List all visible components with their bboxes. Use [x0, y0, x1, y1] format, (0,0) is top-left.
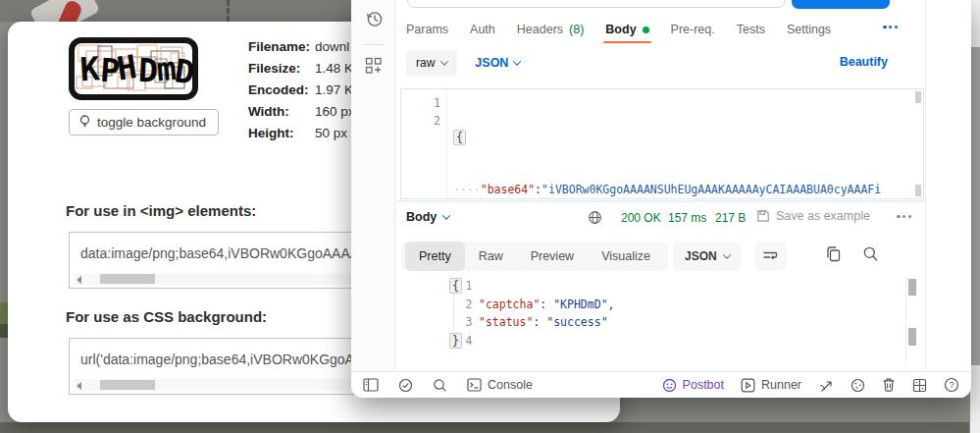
response-body-viewer[interactable]: 1 2 3 4 { "captcha": "KPHDmD", "status":… — [396, 277, 925, 367]
response-scrollbar-thumb[interactable] — [908, 328, 916, 346]
tab-label: Settings — [787, 23, 831, 36]
meta-value: 1.48 K — [315, 61, 353, 76]
tab-label: Pre-req. — [671, 23, 715, 36]
save-as-example-button[interactable]: Save as example — [756, 209, 870, 223]
tab-label: Auth — [470, 23, 495, 36]
lightbulb-icon — [79, 115, 90, 130]
body-language-select[interactable]: JSON — [475, 56, 520, 70]
editor-gutter-separator — [446, 89, 447, 198]
scroll-left-arrow-icon[interactable] — [77, 382, 81, 390]
runner-button[interactable]: Runner — [741, 378, 801, 393]
save-icon — [756, 209, 770, 223]
tab-settings[interactable]: Settings — [787, 17, 831, 42]
search-icon[interactable] — [433, 378, 447, 393]
copy-icon[interactable] — [825, 245, 842, 263]
page-scrollbar-thumb[interactable] — [970, 47, 980, 365]
checks-icon[interactable] — [398, 378, 413, 393]
runner-label: Runner — [761, 378, 801, 392]
postman-statusbar: Console Postbot Runner — [351, 371, 971, 398]
meta-value: 50 px — [315, 126, 347, 140]
tab-headers[interactable]: Headers (8) — [517, 17, 585, 42]
globe-icon — [588, 210, 602, 225]
request-tabs: Params Auth Headers (8) Body Pre-req. Te… — [406, 17, 831, 42]
meta-value: 1.97 K — [315, 82, 353, 97]
body-mode-select[interactable]: raw — [406, 50, 457, 77]
postman-right-strip — [925, 0, 971, 371]
capture-requests-icon[interactable] — [818, 378, 834, 393]
meta-label: Filesize: — [248, 61, 300, 76]
scroll-left-arrow-icon[interactable] — [77, 276, 81, 284]
search-icon[interactable] — [862, 245, 879, 263]
response-size[interactable]: 217 B — [715, 211, 746, 225]
request-body-editor[interactable]: 1 2 { ····"base64":"iVBORw0KGgoAAAANSUhE… — [400, 88, 924, 199]
help-icon[interactable]: ? — [944, 377, 959, 393]
hscrollbar-thumb[interactable] — [100, 274, 155, 284]
postbot-button[interactable]: Postbot — [662, 378, 724, 393]
background-dashed-line — [227, 0, 230, 22]
tab-tests[interactable]: Tests — [737, 17, 765, 42]
background-footer-band — [0, 422, 969, 433]
json-value: "success" — [546, 315, 607, 329]
chevron-down-icon — [513, 57, 521, 65]
chevron-down-icon — [722, 250, 730, 258]
code-line: { — [449, 277, 462, 296]
console-button[interactable]: Console — [467, 378, 533, 392]
panes-layout-icon[interactable] — [912, 378, 927, 393]
tab-visualize[interactable]: Visualize — [588, 242, 664, 271]
meta-value: 160 px — [315, 104, 355, 119]
editor-scrollbar-thumb[interactable] — [915, 91, 921, 103]
hscrollbar-thumb[interactable] — [100, 380, 155, 390]
tab-label: Body — [605, 23, 636, 36]
history-icon[interactable] — [365, 10, 384, 28]
json-colon: : — [535, 183, 542, 196]
send-button[interactable] — [792, 0, 890, 9]
pane-splitter[interactable] — [396, 200, 925, 202]
cookies-icon[interactable] — [851, 378, 865, 393]
fold-marker[interactable]: { — [449, 278, 462, 294]
tab-label: Headers — [517, 23, 563, 36]
runner-icon — [741, 378, 755, 393]
tab-pre-request[interactable]: Pre-req. — [671, 17, 715, 42]
request-more-options-icon[interactable] — [883, 26, 898, 28]
img-usage-heading: For use in <img> elements: — [66, 202, 256, 219]
meta-label: Width: — [248, 104, 289, 119]
trash-icon[interactable] — [882, 377, 896, 393]
toggle-sidebar-icon[interactable] — [363, 378, 379, 392]
background-fragment — [0, 324, 8, 338]
toggle-background-button[interactable]: toggle background — [69, 109, 219, 135]
request-url-input[interactable] — [407, 0, 786, 8]
request-body-code[interactable]: { ····"base64":"iVBORw0KGgoAAAANSUhEUgAA… — [453, 94, 883, 199]
fold-marker[interactable]: } — [449, 333, 462, 349]
tab-raw[interactable]: Raw — [465, 242, 517, 271]
response-header: Body 200 OK 157 ms 217 B Save as example — [406, 206, 925, 232]
toggle-background-label: toggle background — [97, 115, 206, 130]
json-key: "captcha" — [479, 298, 540, 311]
response-body-select[interactable]: Body — [406, 210, 449, 224]
status-code[interactable]: 200 OK — [621, 211, 661, 225]
tab-preview[interactable]: Preview — [517, 242, 588, 271]
tab-pretty[interactable]: Pretty — [405, 242, 465, 271]
indent-whitespace-dots: ···· — [453, 183, 481, 196]
console-icon — [467, 378, 482, 392]
response-time[interactable]: 157 ms — [668, 211, 706, 225]
beautify-link[interactable]: Beautify — [840, 55, 888, 69]
tab-params[interactable]: Params — [406, 17, 448, 42]
response-more-options-icon[interactable] — [897, 215, 911, 218]
json-key: "base64" — [481, 183, 535, 196]
line-number: 2 — [401, 114, 440, 128]
response-language-select[interactable]: JSON — [673, 242, 742, 271]
wrap-lines-button[interactable] — [754, 242, 786, 271]
tab-body[interactable]: Body — [605, 17, 648, 42]
body-mode-label: raw — [416, 56, 435, 70]
fold-marker[interactable]: { — [453, 130, 466, 145]
sidebar-divider — [363, 44, 385, 45]
new-grid-icon[interactable] — [365, 57, 383, 75]
css-usage-heading: For use as CSS background: — [66, 308, 267, 325]
response-scrollbar-thumb[interactable] — [908, 279, 916, 296]
response-scrollbar-track[interactable] — [905, 277, 906, 365]
body-modified-dot — [643, 27, 649, 33]
tab-auth[interactable]: Auth — [470, 17, 495, 42]
line-number: 2 — [438, 296, 473, 314]
postbot-label: Postbot — [683, 378, 724, 392]
editor-scrollbar-thumb[interactable] — [915, 185, 921, 196]
